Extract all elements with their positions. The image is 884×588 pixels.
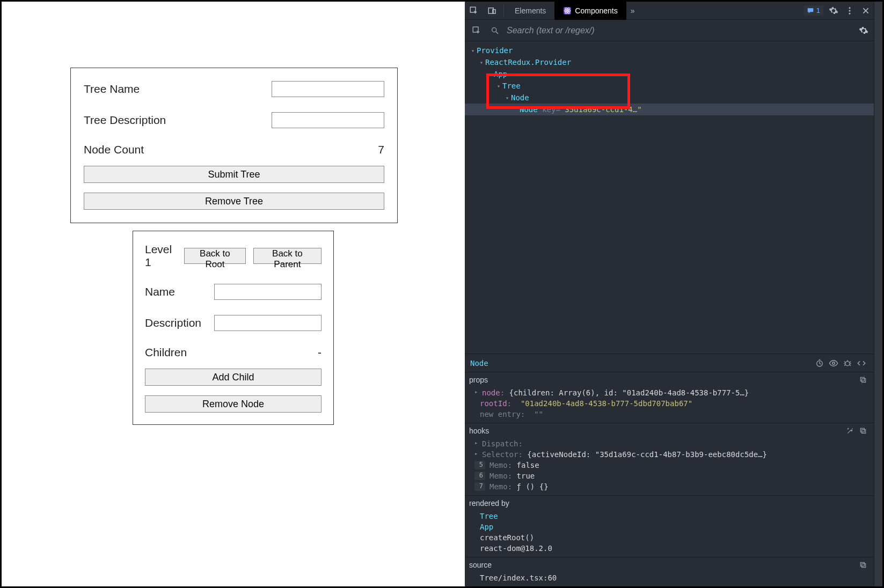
copy-props-icon[interactable]	[857, 376, 870, 384]
children-label: Children	[145, 346, 318, 359]
back-root-button[interactable]: Back to Root	[184, 248, 246, 264]
rendered-app-link[interactable]: App	[465, 521, 874, 532]
submit-tree-button[interactable]: Submit Tree	[84, 166, 384, 183]
debug-icon[interactable]	[841, 359, 854, 367]
rendered-tree-link[interactable]: Tree	[465, 511, 874, 521]
tree-row-tree[interactable]: ▾Tree	[465, 80, 874, 92]
parse-hooks-icon[interactable]	[844, 427, 857, 435]
inspect-element-icon[interactable]	[465, 2, 483, 20]
node-panel: Level 1 Back to Root Back to Parent Name…	[133, 231, 334, 425]
svg-point-14	[832, 362, 835, 364]
svg-rect-18	[862, 430, 866, 433]
props-rootid-line[interactable]: rootId: "01ad240b-4ad8-4538-b777-5dbd707…	[465, 398, 874, 409]
svg-point-8	[849, 7, 851, 9]
hooks-header: hooks	[469, 427, 844, 435]
source-section: source Tree/index.tsx:60	[465, 557, 874, 586]
rendered-createroot: createRoot()	[465, 532, 874, 543]
node-name-label: Name	[145, 285, 214, 298]
devtools-panel: Elements Components » 1	[465, 2, 882, 586]
messages-badge[interactable]: 1	[803, 5, 823, 16]
props-newentry-line[interactable]: new entry: ""	[465, 409, 874, 420]
props-section: props ▸node: {children: Array(6), id: "0…	[465, 372, 874, 423]
component-tree: ▾Provider ▾ReactRedux.Provider ▾App ▾Tre…	[465, 41, 874, 119]
source-path[interactable]: Tree/index.tsx:60	[465, 572, 874, 583]
rendered-by-section: rendered by Tree App createRoot() react-…	[465, 495, 874, 557]
svg-point-10	[849, 12, 851, 14]
devtools-toolbar: Elements Components » 1	[465, 2, 874, 20]
remove-node-button[interactable]: Remove Node	[145, 395, 322, 413]
node-desc-input[interactable]	[214, 315, 322, 331]
hooks-memo6-line[interactable]: 6Memo: true	[465, 471, 874, 481]
tab-elements[interactable]: Elements	[506, 2, 554, 20]
copy-source-icon[interactable]	[857, 561, 870, 569]
tab-components-label: Components	[575, 6, 617, 15]
close-devtools-icon[interactable]	[858, 2, 874, 20]
select-element-icon[interactable]	[470, 26, 483, 35]
inspect-dom-icon[interactable]	[827, 358, 841, 368]
tabs-overflow-icon[interactable]: »	[626, 6, 639, 15]
node-count-value: 7	[378, 143, 384, 156]
rendered-reactdom: react-dom@18.2.0	[465, 543, 874, 554]
source-header: source	[469, 561, 857, 569]
children-value: -	[318, 346, 322, 359]
add-child-button[interactable]: Add Child	[145, 369, 322, 386]
remove-tree-button[interactable]: Remove Tree	[84, 193, 384, 210]
search-icon	[488, 26, 501, 35]
svg-point-9	[849, 10, 851, 11]
svg-rect-20	[862, 564, 866, 568]
tree-desc-input[interactable]	[272, 112, 384, 128]
tree-row-provider[interactable]: ▾Provider	[465, 45, 874, 56]
svg-rect-16	[862, 379, 866, 383]
device-toggle-icon[interactable]	[483, 2, 501, 20]
node-desc-label: Description	[145, 317, 214, 329]
svg-rect-19	[860, 428, 864, 432]
hooks-selector-line[interactable]: ▸Selector: {activeNodeId: "35d1a69c-ccd1…	[465, 449, 874, 460]
search-input[interactable]	[507, 26, 853, 35]
app-area: Tree Name Tree Description Node Count 7 …	[2, 2, 465, 586]
props-header: props	[469, 376, 857, 384]
devtools-search-bar	[465, 20, 874, 41]
node-count-label: Node Count	[84, 143, 378, 156]
hooks-dispatch-line[interactable]: ▸Dispatch:	[465, 438, 874, 449]
hooks-section: hooks ▸Dispatch: ▸Selector: {activeNodeI…	[465, 423, 874, 495]
view-source-icon[interactable]	[854, 358, 868, 368]
svg-rect-21	[860, 562, 864, 566]
hooks-memo5-line[interactable]: 5Memo: false	[465, 460, 874, 471]
copy-hooks-icon[interactable]	[857, 427, 870, 435]
tree-row-app[interactable]: ▾App	[465, 68, 874, 80]
tree-name-input[interactable]	[272, 81, 384, 97]
selected-component-bar: Node	[465, 354, 874, 372]
tree-panel: Tree Name Tree Description Node Count 7 …	[70, 68, 398, 223]
svg-point-12	[492, 27, 496, 32]
selected-component-name: Node	[470, 359, 488, 367]
level-label: Level 1	[145, 243, 177, 269]
window-root: Tree Name Tree Description Node Count 7 …	[0, 0, 884, 588]
tab-components[interactable]: Components	[554, 2, 626, 20]
devtools-main: Elements Components » 1	[465, 2, 874, 586]
messages-count: 1	[816, 6, 820, 14]
svg-rect-17	[860, 377, 864, 381]
components-settings-icon[interactable]	[859, 26, 868, 35]
tree-row-reactredux[interactable]: ▾ReactRedux.Provider	[465, 56, 874, 68]
suspend-icon[interactable]	[813, 359, 827, 367]
kebab-menu-icon[interactable]	[842, 2, 858, 20]
svg-point-4	[567, 10, 568, 11]
devtools-scrollbar[interactable]	[874, 2, 882, 586]
back-parent-button[interactable]: Back to Parent	[253, 248, 322, 264]
tree-row-node2[interactable]: Node key="35d1a69c-ccd1-4…"	[465, 104, 874, 115]
tree-name-label: Tree Name	[84, 83, 272, 95]
settings-icon[interactable]	[825, 2, 842, 20]
tree-desc-label: Tree Description	[84, 114, 272, 127]
svg-point-15	[845, 361, 850, 365]
props-node-line[interactable]: ▸node: {children: Array(6), id: "01ad240…	[465, 387, 874, 398]
hooks-memo7-line[interactable]: 7Memo: ƒ () {}	[465, 481, 874, 492]
node-name-input[interactable]	[214, 284, 322, 300]
rendered-by-header: rendered by	[469, 499, 870, 508]
tree-row-node1[interactable]: ▾Node	[465, 92, 874, 104]
